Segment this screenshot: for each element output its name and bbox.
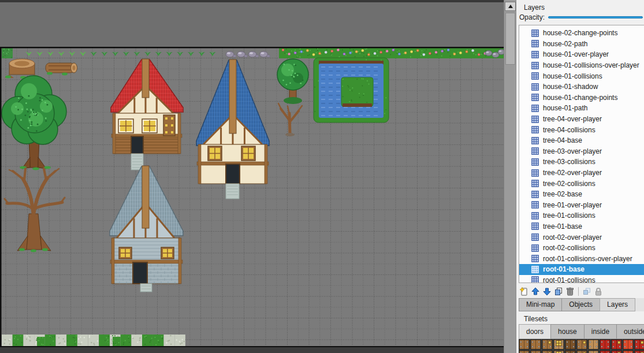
canvas-vertical-scrollbar[interactable] (504, 0, 516, 353)
layer-grid-icon (531, 158, 539, 166)
dock-tab-layers[interactable]: Layers (600, 298, 635, 311)
layer-grid-icon (531, 83, 539, 91)
door-tile-red[interactable] (611, 350, 622, 353)
layer-row[interactable]: house-01-path (519, 103, 644, 114)
layer-name: house-01-change-points (543, 94, 617, 102)
tileset-tab-doors[interactable]: doors (519, 324, 550, 339)
layer-grid-icon (531, 266, 539, 273)
layers-panel: Layers Opacity: house-02-change-pointsho… (516, 0, 644, 353)
new-layer-button[interactable] (519, 287, 528, 296)
map-canvas[interactable] (0, 0, 504, 353)
tileset-tile-row (519, 350, 644, 353)
door-tile-wood-light[interactable] (553, 339, 564, 350)
layer-name: root-01-collisions (543, 276, 595, 283)
door-tile-wood[interactable] (542, 350, 553, 353)
delete-layer-button[interactable] (565, 287, 575, 296)
lock-layer-button[interactable] (594, 287, 603, 296)
lower-layer-button[interactable] (542, 287, 552, 296)
layer-name: tree-02-over-player (543, 169, 602, 177)
door-tile-wood-dark[interactable] (565, 339, 576, 350)
layer-row[interactable]: tree-03-over-player (519, 146, 644, 157)
raise-layer-icon (531, 287, 540, 296)
layer-row[interactable]: house-01-shadow (519, 81, 644, 92)
door-tile-wood[interactable] (519, 339, 530, 350)
layer-grid-icon (531, 191, 539, 198)
door-tile-wood-light[interactable] (588, 339, 599, 350)
layer-name: root-02-collisions (543, 244, 595, 252)
grass-tile (2, 48, 13, 58)
layer-name: tree-04-collisions (543, 126, 595, 134)
map-editor-window: Layers Opacity: house-02-change-pointsho… (0, 0, 644, 353)
layer-row[interactable]: root-01-collisions-over-player (519, 253, 644, 264)
scroll-up-button[interactable] (505, 2, 516, 11)
layer-row[interactable]: tree-04-collisions (519, 124, 644, 135)
layer-row[interactable]: root-02-collisions (519, 243, 644, 254)
raise-layer-button[interactable] (531, 287, 540, 296)
lock-layer-icon (594, 287, 603, 296)
scrollbar-thumb[interactable] (505, 13, 515, 65)
layer-row[interactable]: tree-02-base (519, 189, 644, 200)
layer-grid-icon (531, 94, 539, 101)
layer-name: house-01-collisions-over-player (543, 61, 639, 69)
layer-row[interactable]: tree-04-base (519, 135, 644, 146)
layer-row[interactable]: house-02-path (519, 39, 644, 50)
layer-grid-icon (531, 147, 539, 155)
layer-row[interactable]: tree-02-over-player (519, 168, 644, 179)
door-tile-red[interactable] (600, 350, 611, 353)
layer-name: tree-03-over-player (543, 147, 602, 155)
layer-name: tree-04-base (543, 136, 582, 144)
tileset-tab-inside[interactable]: inside (584, 324, 616, 339)
layer-grid-icon (531, 72, 539, 80)
layer-row[interactable]: house-01-change-points (519, 92, 644, 103)
door-tile-wood[interactable] (576, 339, 587, 350)
layer-grid-icon (531, 180, 539, 187)
door-tile-wood-light[interactable] (553, 350, 564, 353)
layer-grid-icon (531, 276, 539, 283)
duplicate-layer-button[interactable] (554, 287, 563, 296)
door-tile-red-bright[interactable] (623, 339, 634, 350)
door-tile-red-bright[interactable] (623, 350, 634, 353)
tileset-tab-outside[interactable]: outside (616, 324, 644, 339)
door-tile-red[interactable] (611, 339, 622, 350)
layer-grid-icon (531, 244, 539, 252)
layer-row[interactable]: tree-02-collisions (519, 178, 644, 189)
tileset-strip[interactable] (519, 339, 644, 353)
layer-name: tree-01-base (543, 222, 582, 231)
grass-stone-path-strip (2, 335, 185, 346)
door-tile-wood[interactable] (530, 339, 541, 350)
layer-row[interactable]: tree-01-collisions (519, 210, 644, 221)
layer-row[interactable]: root-01-base (519, 264, 644, 275)
door-tile-wood-dark[interactable] (565, 350, 576, 353)
door-tile-wood[interactable] (542, 339, 553, 350)
door-tile-red[interactable] (634, 339, 644, 350)
layer-name: house-01-shadow (543, 83, 598, 91)
tileset-tab-house[interactable]: house (550, 324, 584, 339)
layer-row[interactable]: root-02-over-player (519, 232, 644, 243)
layer-row[interactable]: tree-01-base (519, 221, 644, 232)
layer-list: house-02-change-pointshouse-02-pathhouse… (519, 25, 644, 283)
layer-name: house-01-collisions (543, 72, 602, 80)
dock-tab-objects[interactable]: Objects (561, 298, 600, 311)
opacity-slider[interactable] (548, 16, 643, 19)
door-tile-wood-light[interactable] (588, 350, 599, 353)
layer-row[interactable]: tree-04-over-player (519, 114, 644, 125)
dock-tab-mini-map[interactable]: Mini-map (519, 298, 561, 311)
layer-row[interactable]: tree-01-over-player (519, 200, 644, 211)
door-tile-wood[interactable] (519, 350, 530, 353)
layer-row[interactable]: tree-03-collisions (519, 157, 644, 168)
layer-row[interactable]: house-01-collisions-over-player (519, 60, 644, 71)
door-tile-red[interactable] (634, 350, 644, 353)
door-tile-wood[interactable] (576, 350, 587, 353)
layer-row[interactable]: root-01-collisions (519, 275, 644, 283)
layer-row[interactable]: house-01-collisions (519, 70, 644, 81)
pond (314, 58, 389, 122)
layer-grid-icon (531, 105, 539, 112)
door-tile-wood[interactable] (530, 350, 541, 353)
door-tile-red[interactable] (600, 339, 611, 350)
copy-layer-button[interactable] (582, 287, 591, 296)
layer-grid-icon (531, 51, 539, 58)
layers-panel-title: Layers (524, 3, 545, 12)
layer-row[interactable]: house-01-over-player (519, 49, 644, 60)
layer-row[interactable]: house-02-change-points (519, 28, 644, 39)
toolbar-separator (578, 287, 579, 296)
